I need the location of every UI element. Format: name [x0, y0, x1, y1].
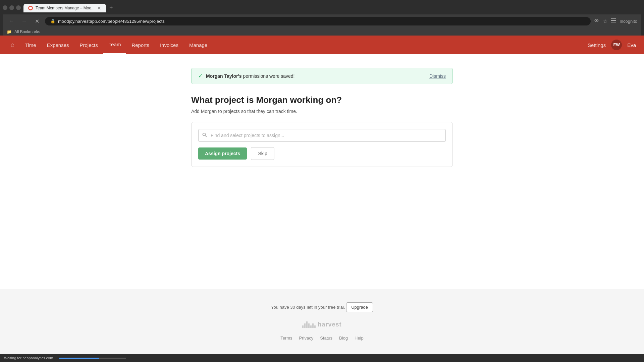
- window-controls: [3, 5, 21, 10]
- svg-point-0: [29, 7, 32, 9]
- user-avatar: EW: [611, 40, 622, 50]
- bookmarks-folder-icon: 📁: [7, 29, 12, 34]
- settings-link[interactable]: Settings: [588, 42, 606, 48]
- svg-rect-10: [310, 325, 312, 328]
- trial-notice: You have 30 days left in your free trial…: [0, 302, 644, 312]
- back-button[interactable]: ←: [7, 16, 16, 26]
- address-bar[interactable]: 🔒 moodjoy.harvestapp.com/people/4851295/…: [45, 17, 591, 25]
- nav-item-manage[interactable]: Manage: [184, 36, 213, 54]
- reload-button[interactable]: ✕: [32, 16, 42, 26]
- maximize-button[interactable]: [9, 5, 14, 10]
- nav-item-invoices[interactable]: Invoices: [155, 36, 184, 54]
- address-lock-icon: 🔒: [50, 19, 55, 23]
- browser-toolbar: ← → ✕ 🔒 moodjoy.harvestapp.com/people/48…: [3, 14, 641, 28]
- nav-left: ⌂ Time Expenses Projects Team Reports In…: [8, 36, 213, 54]
- tab-bar: Team Members Manage – Moo... ✕ +: [23, 3, 116, 12]
- close-button[interactable]: [16, 5, 21, 10]
- upgrade-button[interactable]: Upgrade: [346, 302, 373, 312]
- success-message: Morgan Taylor's permissions were saved!: [206, 73, 294, 79]
- svg-rect-12: [314, 325, 316, 328]
- forward-button[interactable]: →: [19, 16, 29, 26]
- svg-rect-7: [304, 323, 306, 328]
- status-text: Waiting for heapanalytics.com...: [4, 356, 56, 360]
- minimize-button[interactable]: [3, 5, 7, 10]
- nav-item-team[interactable]: Team: [103, 36, 126, 54]
- toolbar-right: 👁 ☆ Incognito: [594, 18, 637, 24]
- user-name[interactable]: Eva: [627, 42, 636, 48]
- main-content: ✓ Morgan Taylor's permissions were saved…: [0, 54, 644, 289]
- browser-titlebar: Team Members Manage – Moo... ✕ +: [3, 3, 641, 12]
- page-subtitle: Add Morgan to projects so that they can …: [191, 109, 453, 114]
- bookmark-icon[interactable]: ☆: [603, 18, 607, 24]
- check-icon: ✓: [198, 73, 203, 79]
- svg-point-4: [203, 133, 206, 136]
- footer-link-terms[interactable]: Terms: [280, 336, 292, 341]
- svg-rect-8: [306, 321, 308, 328]
- tab-close-icon[interactable]: ✕: [97, 6, 101, 10]
- svg-rect-1: [611, 18, 616, 19]
- nav-item-reports[interactable]: Reports: [126, 36, 155, 54]
- browser-chrome: Team Members Manage – Moo... ✕ + ← → ✕ 🔒…: [0, 0, 644, 36]
- nav-item-expenses[interactable]: Expenses: [42, 36, 74, 54]
- page-title: What project is Morgan working on?: [191, 95, 453, 105]
- nav-right: Settings EW Eva: [588, 40, 636, 50]
- home-icon[interactable]: ⌂: [8, 39, 17, 51]
- nav-item-projects[interactable]: Projects: [74, 36, 103, 54]
- project-card: Assign projects Skip: [191, 122, 453, 167]
- address-text: moodjoy.harvestapp.com/people/4851295/ne…: [58, 19, 585, 24]
- footer-links: Terms Privacy Status Blog Help: [0, 336, 644, 341]
- bookmarks-bar: 📁 All Bookmarks: [3, 28, 641, 36]
- new-tab-button[interactable]: +: [107, 3, 116, 12]
- footer-link-status[interactable]: Status: [320, 336, 332, 341]
- nav-item-time[interactable]: Time: [20, 36, 42, 54]
- harvest-logo: harvest: [0, 319, 644, 330]
- svg-rect-2: [611, 20, 616, 21]
- svg-rect-11: [312, 323, 314, 328]
- dismiss-link[interactable]: Dismiss: [429, 73, 446, 79]
- incognito-label: Incognito: [620, 19, 637, 24]
- project-search-input[interactable]: [198, 129, 446, 142]
- status-progress-fill: [59, 358, 99, 359]
- tab-title: Team Members Manage – Moo...: [36, 6, 95, 10]
- harvest-logo-text: harvest: [318, 321, 341, 328]
- extensions-icon[interactable]: 👁: [594, 18, 599, 24]
- status-bar: Waiting for heapanalytics.com...: [0, 354, 644, 362]
- success-banner-left: ✓ Morgan Taylor's permissions were saved…: [198, 73, 294, 79]
- footer: You have 30 days left in your free trial…: [0, 289, 644, 347]
- bookmarks-label[interactable]: All Bookmarks: [14, 29, 40, 34]
- app-nav: ⌂ Time Expenses Projects Team Reports In…: [0, 36, 644, 54]
- search-icon: [202, 133, 207, 138]
- success-banner: ✓ Morgan Taylor's permissions were saved…: [191, 68, 453, 84]
- card-actions: Assign projects Skip: [198, 147, 446, 160]
- svg-rect-9: [308, 323, 310, 328]
- tab-favicon: [28, 6, 33, 10]
- active-tab[interactable]: Team Members Manage – Moo... ✕: [23, 4, 106, 12]
- search-wrapper: [198, 129, 446, 142]
- footer-link-blog[interactable]: Blog: [339, 336, 348, 341]
- status-progress-bar: [59, 358, 126, 359]
- success-name: Morgan Taylor's: [206, 73, 242, 79]
- svg-line-5: [205, 136, 207, 137]
- svg-rect-3: [611, 22, 616, 22]
- skip-button[interactable]: Skip: [251, 147, 274, 160]
- assign-projects-button[interactable]: Assign projects: [198, 147, 247, 160]
- footer-link-help[interactable]: Help: [355, 336, 364, 341]
- footer-link-privacy[interactable]: Privacy: [299, 336, 314, 341]
- browser-menu-icon[interactable]: [611, 18, 616, 24]
- harvest-logo-icon: [302, 319, 316, 330]
- svg-rect-6: [302, 325, 304, 328]
